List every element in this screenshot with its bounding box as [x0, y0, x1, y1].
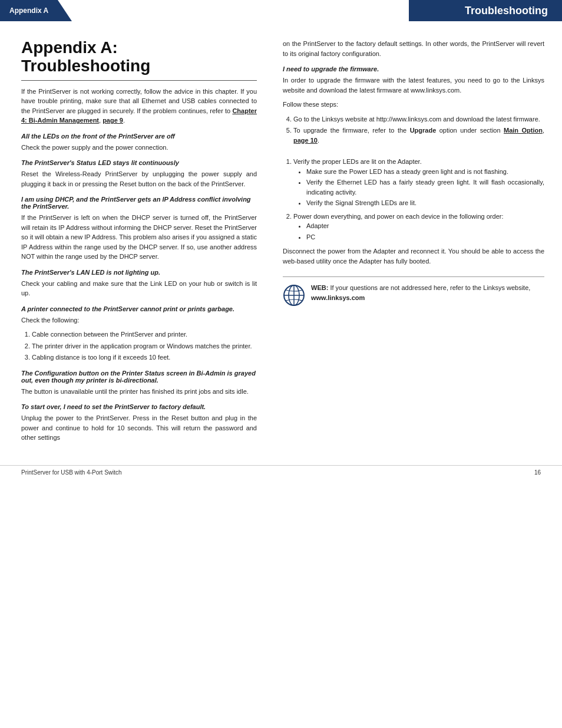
power-bullets: Adapter PC: [306, 221, 544, 242]
section-heading-5: A printer connected to the PrintServer c…: [21, 305, 257, 312]
web-link[interactable]: www.linksys.com: [311, 294, 365, 301]
check-item-1: Cable connection between the PrintServer…: [32, 330, 257, 340]
intro-paragraph: If the PrintServer is not working correc…: [21, 87, 257, 126]
intro-text: If the PrintServer is not working correc…: [21, 88, 257, 114]
firmware-steps-list: Go to the Linksys website at http://www.…: [293, 114, 544, 146]
adapter-steps-list: Verify the proper LEDs are lit on the Ad…: [293, 157, 544, 242]
globe-icon: [283, 284, 305, 307]
firmware-step-5: To upgrade the firmware, refer to the Up…: [293, 126, 544, 145]
right-column: on the PrintServer to the factory defaul…: [271, 39, 562, 447]
firmware-step-4: Go to the Linksys website at http://www.…: [293, 114, 544, 124]
header-left-label: Appendix A: [0, 0, 58, 21]
power-bullet-pc: PC: [306, 232, 544, 242]
header-slant-divider: [58, 0, 72, 21]
adapter-step-2: Power down everything, and power on each…: [293, 212, 544, 242]
page9-link[interactable]: page 9: [103, 117, 123, 124]
header-troubleshooting-text: Troubleshooting: [465, 5, 548, 17]
section-heading-6: The Configuration button on the Printer …: [21, 370, 257, 384]
section-heading-7: To start over, I need to set the PrintSe…: [21, 403, 257, 410]
page-title: Appendix A: Troubleshooting: [21, 39, 257, 75]
section-heading-3: I am using DHCP, and the PrintServer get…: [21, 196, 257, 210]
left-column: Appendix A: Troubleshooting If the Print…: [0, 39, 271, 447]
page10-link[interactable]: page 10: [293, 137, 318, 144]
firmware-intro: In order to upgrade the firmware with th…: [283, 75, 544, 95]
section-4-body: Check your cabling and make sure that th…: [21, 279, 257, 298]
section-heading-1: All the LEDs on the front of the PrintSe…: [21, 133, 257, 140]
section-heading-4: The PrintServer's LAN LED is not lightin…: [21, 269, 257, 276]
check-list: Cable connection between the PrintServer…: [32, 330, 257, 363]
section-1-body: Check the power supply and the power con…: [21, 143, 257, 153]
web-note: WEB: If your questions are not addressed…: [283, 276, 544, 307]
adapter-bullet-1: Make sure the Power LED has a steady gre…: [306, 167, 544, 177]
section-heading-2: The PrintServer's Status LED stays lit c…: [21, 159, 257, 166]
header-appendix-text: Appendix A: [9, 6, 48, 15]
check-item-3: Cabling distance is too long if it excee…: [32, 353, 257, 363]
footer-left: PrintServer for USB with 4-Port Switch: [21, 469, 122, 476]
adapter-bullet-3: Verify the Signal Strength LEDs are lit.: [306, 198, 544, 208]
section-5-intro: Check the following:: [21, 315, 257, 325]
header-right-label: Troubleshooting: [409, 0, 562, 21]
page-header: Appendix A Troubleshooting: [0, 0, 562, 21]
page-title-line2: Troubleshooting: [21, 57, 150, 75]
adapter-bullets: Make sure the Power LED has a steady gre…: [306, 167, 544, 208]
firmware-steps-label: Follow these steps:: [283, 100, 544, 110]
web-note-text: WEB: If your questions are not addressed…: [311, 283, 544, 302]
factory-continue: on the PrintServer to the factory defaul…: [283, 39, 544, 58]
power-bullet-adapter: Adapter: [306, 221, 544, 231]
page-title-line1: Appendix A:: [21, 38, 118, 57]
section-6-body: The button is unavailable until the prin…: [21, 387, 257, 397]
title-divider: [21, 80, 257, 81]
main-content: Appendix A: Troubleshooting If the Print…: [0, 21, 562, 459]
web-label: WEB:: [311, 284, 328, 291]
main-option-link[interactable]: Main Option: [504, 127, 543, 134]
section-3-body: If the PrintServer is left on when the D…: [21, 213, 257, 262]
web-body: If your questions are not addressed here…: [330, 284, 530, 291]
footer-page-number: 16: [534, 469, 541, 476]
header-gap: [72, 0, 409, 21]
page-footer: PrintServer for USB with 4-Port Switch 1…: [0, 465, 562, 479]
section-7-body: Unplug the power to the PrintServer. Pre…: [21, 413, 257, 443]
adapter-bullet-2: Verify the Ethernet LED has a fairly ste…: [306, 177, 544, 197]
firmware-heading: I need to upgrade the firmware.: [283, 65, 544, 73]
adapter-step-1: Verify the proper LEDs are lit on the Ad…: [293, 157, 544, 208]
check-item-2: The printer driver in the application pr…: [32, 341, 257, 351]
section-2-body: Reset the Wireless-Ready PrintServer by …: [21, 169, 257, 189]
disconnect-text: Disconnect the power from the Adapter an…: [283, 246, 544, 266]
